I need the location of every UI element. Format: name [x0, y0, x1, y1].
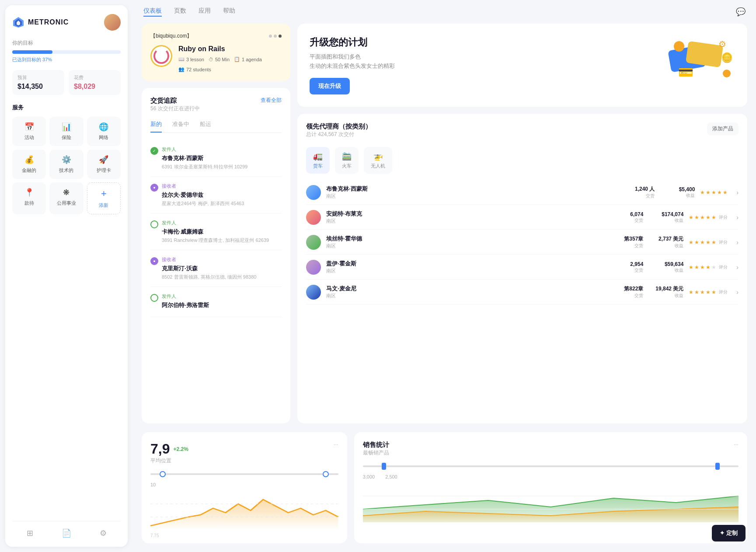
chart-slider-left[interactable]	[160, 471, 166, 477]
course-card-header: 【biqubiqu.com】	[150, 32, 282, 40]
sales-chart-svg	[363, 483, 739, 522]
drone-label: 无人机	[371, 163, 385, 169]
tracking-header: 交货追踪 56 次交付正在进行中 查看全部	[150, 97, 282, 119]
topnav-pages[interactable]: 页数	[174, 7, 186, 17]
tab-shipping[interactable]: 船运	[200, 120, 211, 133]
shipment-with-icon-1: ✓ 发件人 布鲁克林·西蒙斯 6391 埃尔金圣塞莱斯特,特拉华州 10299	[150, 146, 282, 170]
chart-value: 7,9 +2.2%	[150, 441, 188, 457]
agent-trans-label-4: 交货	[613, 267, 643, 273]
agent-trans-3: 第357章	[613, 235, 643, 243]
sales-dots-button[interactable]: ···	[734, 441, 739, 447]
progress-fill	[12, 50, 52, 54]
drone-icon: 🚁	[373, 151, 383, 161]
tracking-subtitle: 56 次交付正在进行中	[150, 105, 200, 112]
tracking-title-text: 交货追踪	[150, 97, 200, 105]
progress-bar	[12, 50, 121, 54]
chart-slider-right[interactable]	[323, 471, 329, 477]
agent-rating-label-2: 评分	[719, 214, 728, 220]
shipment-item-2: ● 接收者 拉尔夫·爱德华兹 星家大道2464号 梅萨, 新泽西州 45463	[150, 177, 282, 213]
agent-info-1: 布鲁克林·西蒙斯 南区	[326, 185, 619, 199]
agent-tab-truck[interactable]: 🚛 货车	[306, 147, 330, 174]
customize-button[interactable]: ✦ 定制	[712, 525, 746, 542]
notification-icon[interactable]: 💬	[736, 7, 746, 17]
agent-arrow-2[interactable]: ›	[736, 214, 739, 221]
topnav: 仪表板 页数 应用 帮助 💬	[133, 0, 756, 24]
agent-rating-label-3: 评分	[719, 239, 728, 245]
finance-icon: 💰	[24, 155, 34, 164]
add-product-button[interactable]: 添加产品	[707, 122, 739, 135]
course-body: Ruby on Rails 📖 3 lesson ⏱ 50 Min	[150, 45, 282, 72]
agent-arrow-1[interactable]: ›	[736, 189, 739, 196]
course-title: Ruby on Rails	[178, 45, 282, 53]
service-name-activity: 活动	[24, 134, 34, 141]
avatar	[104, 14, 121, 31]
agent-arrow-3[interactable]: ›	[736, 239, 739, 246]
shipment-item-5: 发件人 阿尔伯特·弗洛雷斯	[150, 287, 282, 317]
agent-money-4: $59,634 收益	[648, 261, 683, 273]
upgrade-button[interactable]: 现在升级	[310, 78, 350, 94]
layers-icon[interactable]: ⊞	[27, 528, 33, 538]
receiver-dot-2: ●	[150, 257, 158, 265]
topnav-help[interactable]: 帮助	[223, 7, 235, 17]
chart-trend: +2.2%	[173, 446, 188, 452]
shipment-name-5: 阿尔伯特·弗洛雷斯	[162, 301, 209, 309]
agent-region-2: 南区	[326, 218, 607, 224]
agent-tab-train[interactable]: 🚞 火车	[335, 147, 359, 174]
agent-trans-5: 第822章	[613, 285, 643, 293]
course-ring-icon	[153, 48, 169, 64]
shipment-item-1: ✓ 发件人 布鲁克林·西蒙斯 6391 埃尔金圣塞莱斯特,特拉华州 10299	[150, 140, 282, 177]
agent-tab-drone[interactable]: 🚁 无人机	[364, 147, 392, 174]
service-item-finance[interactable]: 💰 金融的	[12, 150, 46, 179]
sales-slider-left[interactable]	[382, 463, 386, 470]
tab-new[interactable]: 新的	[150, 120, 162, 133]
star-5-5: ★	[711, 289, 716, 295]
service-item-hospitality[interactable]: 📍 款待	[12, 182, 46, 214]
service-name-insurance: 保险	[62, 134, 71, 141]
agent-trans-label-5: 交货	[613, 293, 643, 299]
service-item-care[interactable]: 🚀 护理卡	[87, 150, 121, 179]
chart-dots-button[interactable]: ···	[334, 441, 338, 447]
settings-icon[interactable]: ⚙	[100, 528, 107, 538]
agent-arrow-4[interactable]: ›	[736, 264, 739, 271]
service-item-utility[interactable]: ❋ 公用事业	[49, 182, 83, 214]
illus-coin-1	[674, 41, 684, 52]
service-item-network[interactable]: 🌐 网络	[87, 117, 121, 146]
illus-card-chip: 💳	[678, 65, 693, 80]
star-1-4: ★	[717, 189, 722, 196]
chart-slider-track	[150, 473, 338, 475]
tab-preparing[interactable]: 准备中	[172, 120, 189, 133]
shipment-with-icon-2: ● 接收者 拉尔夫·爱德华兹 星家大道2464号 梅萨, 新泽西州 45463	[150, 183, 282, 207]
logo-icon	[12, 16, 24, 28]
duration-icon: ⏱	[209, 57, 213, 62]
sidebar-header: METRONIC	[12, 14, 121, 31]
service-name-hospitality: 款待	[24, 200, 34, 206]
shipment-with-icon-4: ● 接收者 克里斯汀·沃森 8502 普雷斯顿路, 英格尔伍德, 缅因州 983…	[150, 256, 282, 280]
bottom-row: 7,9 +2.2% 平均位置 ··· 10	[133, 432, 756, 552]
sales-y-labels: 3,000 2,500	[363, 474, 739, 479]
topnav-apps[interactable]: 应用	[199, 7, 211, 17]
sales-title-area: 销售统计 最畅销产品	[363, 441, 389, 462]
tracking-view-all[interactable]: 查看全部	[261, 97, 282, 104]
shipment-name-4: 克里斯汀·沃森	[162, 265, 256, 273]
shipment-role-5: 发件人	[162, 293, 209, 300]
document-icon[interactable]: 📄	[62, 528, 71, 538]
agent-stat-2: 6,074 交货	[613, 211, 643, 224]
service-item-add[interactable]: + 添新	[87, 182, 121, 214]
shipment-list: ✓ 发件人 布鲁克林·西蒙斯 6391 埃尔金圣塞莱斯特,特拉华州 10299 …	[150, 140, 282, 317]
agent-card-title: 领先代理商（按类别）	[306, 122, 372, 131]
shipment-addr-2: 星家大道2464号 梅萨, 新泽西州 45463	[162, 200, 244, 207]
star-2-5: ★	[711, 214, 716, 220]
service-item-activity[interactable]: 📅 活动	[12, 117, 46, 146]
upgrade-text: 升级您的计划 平面插图和我们多色 生动的未混合紫色头发女士的精彩 现在升级	[310, 36, 656, 94]
service-item-insurance[interactable]: 📊 保险	[49, 117, 83, 146]
service-item-tech[interactable]: ⚙️ 技术的	[49, 150, 83, 179]
star-5-2: ★	[694, 289, 699, 295]
agent-rev-3: 2,737 美元	[648, 235, 683, 243]
truck-icon: 🚛	[313, 151, 323, 161]
star-2-2: ★	[694, 214, 699, 220]
shipment-name-3: 卡梅伦·威廉姆森	[162, 228, 269, 236]
agent-arrow-5[interactable]: ›	[736, 289, 739, 296]
sales-slider-right[interactable]	[715, 463, 720, 470]
topnav-dashboard[interactable]: 仪表板	[143, 7, 162, 17]
x-label-1: 7.75	[150, 533, 159, 538]
